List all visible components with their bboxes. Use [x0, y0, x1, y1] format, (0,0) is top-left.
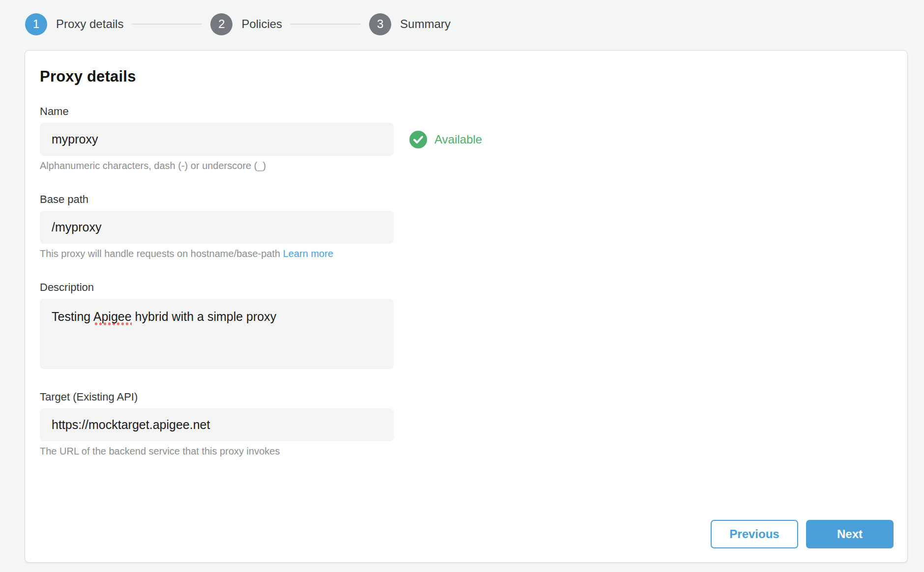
base-path-helper-text: This proxy will handle requests on hostn…	[40, 248, 893, 259]
step-connector-line	[132, 24, 202, 25]
step-label: Policies	[241, 17, 282, 31]
target-field-group: Target (Existing API) The URL of the bac…	[40, 391, 893, 457]
name-helper-text: Alphanumeric characters, dash (-) or und…	[40, 160, 893, 172]
description-text-after: hybrid with a simple proxy	[132, 310, 277, 323]
description-text-before: Testing	[52, 310, 93, 323]
previous-button[interactable]: Previous	[711, 520, 798, 548]
description-field-group: Description Testing Apigee hybrid with a…	[40, 281, 893, 369]
step-label: Summary	[400, 17, 451, 31]
base-path-input[interactable]	[40, 211, 394, 244]
name-input[interactable]	[40, 123, 394, 156]
base-path-field-group: Base path This proxy will handle request…	[40, 193, 893, 259]
step-label: Proxy details	[56, 17, 123, 31]
step-summary[interactable]: 3 Summary	[369, 13, 451, 35]
step-number-badge: 3	[369, 13, 391, 35]
next-button[interactable]: Next	[806, 520, 894, 548]
wizard-footer-buttons: Previous Next	[711, 520, 894, 548]
name-availability-status: Available	[409, 131, 482, 148]
step-number-badge: 1	[25, 13, 47, 35]
description-label: Description	[40, 281, 893, 294]
check-circle-icon	[409, 131, 427, 148]
wizard-stepper: 1 Proxy details 2 Policies 3 Summary	[0, 0, 924, 35]
description-misspelled-word: Apigee	[93, 310, 132, 326]
target-label: Target (Existing API)	[40, 391, 893, 403]
base-path-label: Base path	[40, 193, 893, 206]
step-policies[interactable]: 2 Policies	[210, 13, 282, 35]
page-title: Proxy details	[40, 68, 893, 86]
target-input[interactable]	[40, 408, 394, 441]
step-proxy-details[interactable]: 1 Proxy details	[25, 13, 123, 35]
target-helper-text: The URL of the backend service that this…	[40, 446, 893, 457]
proxy-details-card: Proxy details Name Available Alphanumeri…	[25, 50, 908, 563]
base-path-helper-label: This proxy will handle requests on hostn…	[40, 248, 280, 259]
availability-text: Available	[434, 133, 482, 146]
step-connector-line	[290, 24, 361, 25]
step-number-badge: 2	[210, 13, 232, 35]
name-label: Name	[40, 105, 893, 118]
name-field-group: Name Available Alphanumeric characters, …	[40, 105, 893, 172]
description-textarea[interactable]: Testing Apigee hybrid with a simple prox…	[40, 299, 394, 369]
learn-more-link[interactable]: Learn more	[283, 248, 333, 259]
